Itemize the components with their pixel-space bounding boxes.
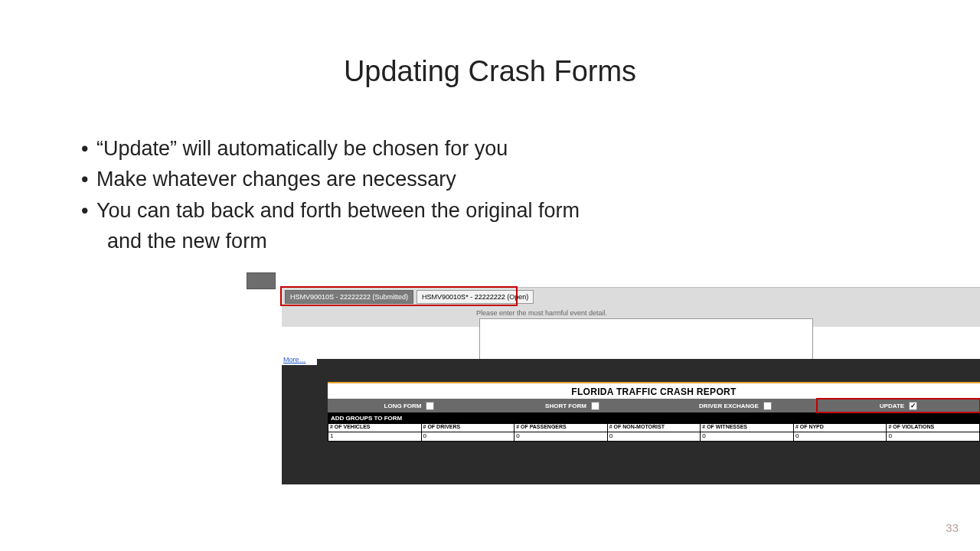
- val-nypd[interactable]: 0: [793, 432, 887, 442]
- val-drivers[interactable]: 0: [421, 432, 514, 442]
- val-passengers[interactable]: 0: [514, 432, 607, 442]
- val-vehicles[interactable]: 1: [328, 432, 421, 442]
- crash-report-form: FLORIDA TRAFFIC CRASH REPORT LONG FORM S…: [328, 382, 980, 442]
- tab-bar-area: HSMV90010S - 22222222 (Submitted) HSMV90…: [282, 287, 980, 327]
- form-type-long[interactable]: LONG FORM: [328, 399, 491, 412]
- checkbox-update[interactable]: ✓: [909, 402, 917, 410]
- bullet-list: •“Update” will automatically be chosen f…: [81, 135, 709, 259]
- tab-bar: HSMV90010S - 22222222 (Submitted) HSMV90…: [285, 290, 534, 304]
- slide-title: Updating Crash Forms: [0, 55, 980, 88]
- form-dark-panel: More… FLORIDA TRAFFIC CRASH REPORT LONG …: [282, 359, 980, 484]
- embedded-screenshot: HSMV90010S - 22222222 (Submitted) HSMV90…: [282, 287, 980, 484]
- form-type-driver-exchange[interactable]: DRIVER EXCHANGE: [654, 399, 817, 412]
- page-number: 33: [946, 521, 959, 534]
- tab-open[interactable]: HSMV90010S* - 22222222 (Open): [416, 290, 534, 304]
- sidebar-thumb: [247, 272, 276, 289]
- bullet-text: Make whatever changes are necessary: [96, 168, 456, 191]
- form-type-update[interactable]: UPDATE ✓: [817, 399, 980, 412]
- more-link[interactable]: More…: [273, 356, 317, 365]
- form-type-short[interactable]: SHORT FORM: [491, 399, 654, 412]
- bullet-text: “Update” will automatically be chosen fo…: [96, 137, 508, 160]
- form-type-row: LONG FORM SHORT FORM DRIVER EXCHANGE UPD…: [328, 399, 980, 412]
- count-header-row: # OF VEHICLES # OF DRIVERS # OF PASSENGE…: [328, 423, 980, 432]
- col-drivers: # OF DRIVERS: [421, 423, 514, 432]
- val-nonmotorist[interactable]: 0: [607, 432, 701, 442]
- checkbox-short[interactable]: [591, 402, 599, 410]
- col-vehicles: # OF VEHICLES: [328, 423, 421, 432]
- checkbox-long[interactable]: [426, 402, 434, 410]
- form-type-label: LONG FORM: [384, 403, 422, 409]
- add-groups-row: ADD GROUPS TO FORM: [328, 412, 980, 423]
- col-passengers: # OF PASSENGERS: [514, 423, 607, 432]
- bullet-text: and the new form: [107, 230, 267, 253]
- form-type-label: SHORT FORM: [545, 403, 586, 409]
- col-violations: # OF VIOLATIONS: [886, 423, 980, 432]
- bullet-item: •Make whatever changes are necessary: [81, 165, 709, 193]
- col-nypd: # OF NYPD: [793, 423, 887, 432]
- bullet-text: You can tab back and forth between the o…: [96, 199, 580, 222]
- event-detail-textarea[interactable]: [479, 318, 813, 364]
- bullet-item: •You can tab back and forth between the …: [81, 197, 709, 224]
- count-value-row: 1 0 0 0 0 0 0: [328, 432, 980, 442]
- report-title: FLORIDA TRAFFIC CRASH REPORT: [328, 386, 980, 397]
- form-type-label: UPDATE: [880, 403, 904, 409]
- bullet-item-wrap: and the new form: [81, 227, 709, 255]
- checkbox-driver-exchange[interactable]: [763, 402, 772, 410]
- form-type-label: DRIVER EXCHANGE: [699, 403, 759, 409]
- col-nonmotorist: # OF NON-MOTORIST: [607, 423, 701, 432]
- prompt-label: Please enter the most harmful event deta…: [476, 309, 607, 317]
- col-witnesses: # OF WITNESSES: [700, 423, 793, 432]
- val-witnesses[interactable]: 0: [700, 432, 793, 442]
- bullet-item: •“Update” will automatically be chosen f…: [81, 135, 709, 162]
- tab-submitted[interactable]: HSMV90010S - 22222222 (Submitted): [285, 290, 413, 304]
- check-icon: ✓: [910, 403, 916, 409]
- slide: Updating Crash Forms •“Update” will auto…: [0, 0, 980, 551]
- val-violations[interactable]: 0: [886, 432, 980, 442]
